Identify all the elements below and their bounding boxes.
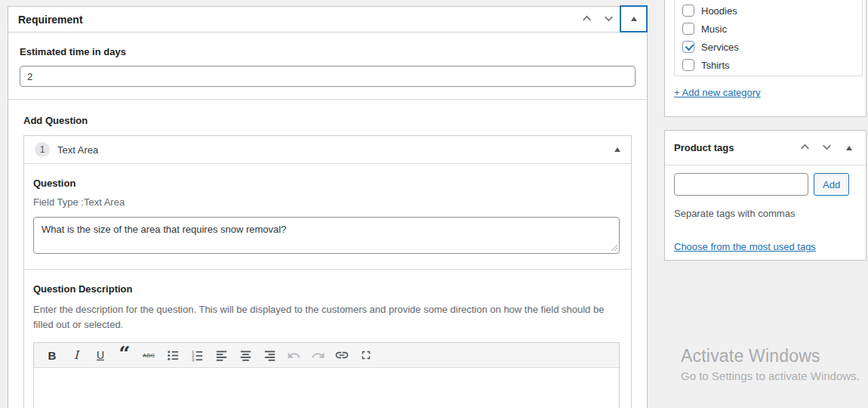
requirement-metabox-header[interactable]: Requirement [8,7,647,32]
tag-input[interactable] [674,173,808,196]
most-used-tags-link[interactable]: Choose from the most used tags [674,241,816,252]
watermark-title: Activate Windows [681,346,860,366]
panel-title: Requirement [18,14,83,26]
category-item[interactable]: Tshirts [682,56,862,74]
resize-grip-icon[interactable] [611,244,618,252]
category-item[interactable]: Music [682,20,862,38]
metabox-controls [576,7,647,32]
toolbar-blockquote-button[interactable]: “ [112,345,137,365]
checkbox-icon[interactable] [682,59,694,71]
category-label: Hoodies [701,5,737,17]
bulleted-list-icon [166,348,180,363]
category-item[interactable]: Services [682,38,862,56]
product-tags-body: Add Separate tags with commas Choose fro… [665,165,866,260]
triangle-up-icon [614,147,620,152]
undo-icon [287,348,301,363]
editor-content-area[interactable] [34,368,619,408]
toolbar-undo-button[interactable] [282,345,306,365]
question-description-section: Question Description Enter the descripti… [24,270,631,408]
rich-text-editor: BIU“ABC123 [33,342,620,408]
move-up-button[interactable] [794,131,816,165]
strikethrough-icon: ABC [143,352,155,359]
question-textarea[interactable]: What is the size of the area that requir… [33,217,620,254]
align-right-icon [263,348,277,363]
question-index-badge: 1 [35,142,50,157]
editor-toolbar: BIU“ABC123 [34,343,619,368]
link-icon [334,348,349,363]
category-checklist: HoodiesMusicServicesTshirts [674,0,863,76]
chevron-down-icon [820,141,833,156]
toolbar-underline-button[interactable]: U [88,345,112,365]
activate-windows-watermark: Activate Windows Go to Settings to activ… [681,346,860,382]
toolbar-align-center-button[interactable] [233,345,257,365]
category-label: Tshirts [701,60,730,71]
move-down-button[interactable] [598,7,620,32]
svg-text:3: 3 [191,357,194,362]
toolbar-bulleted-list-button[interactable] [161,345,185,365]
product-tags-title: Product tags [674,142,734,153]
toolbar-italic-button[interactable]: I [64,345,88,365]
toolbar-align-right-button[interactable] [257,345,282,365]
add-question-label: Add Question [23,115,632,126]
add-tag-button[interactable]: Add [814,173,849,196]
category-item[interactable]: Hoodies [682,2,862,20]
checkbox-icon[interactable] [682,23,694,35]
question-collapse-button[interactable] [614,147,620,152]
requirement-metabox: Requirement Estimated time in days Add Q… [8,6,648,408]
chevron-up-icon [799,141,811,156]
move-down-button[interactable] [816,131,838,165]
estimated-time-input[interactable] [20,66,636,87]
field-type-text: Field Type :Text Area [33,196,620,208]
italic-icon: I [74,348,78,362]
toolbar-redo-button[interactable] [306,345,330,365]
estimated-time-label: Estimated time in days [20,46,636,57]
question-description-label: Question Description [33,283,620,295]
checkbox-icon[interactable] [682,5,694,17]
estimated-time-section: Estimated time in days [8,32,647,100]
tags-help-text: Separate tags with commas [674,208,857,219]
collapse-toggle-button[interactable] [838,131,860,165]
question-section: Question Field Type :Text Area What is t… [24,164,631,270]
redo-icon [311,348,325,363]
fullscreen-icon [359,348,373,362]
add-question-section: Add Question 1 Text Area Question Field … [8,100,647,408]
question-card-header[interactable]: 1 Text Area [24,136,631,164]
product-tags-metabox: Product tags Add Separate tags with comm… [664,130,866,261]
category-label: Services [701,42,739,53]
toolbar-align-left-button[interactable] [209,345,233,365]
question-type-label: Text Area [57,144,98,156]
triangle-up-icon [846,146,852,150]
toolbar-link-button[interactable] [330,345,354,365]
underline-icon: U [97,349,104,361]
product-tags-header[interactable]: Product tags [665,131,866,165]
checkbox-checked-icon[interactable] [682,41,694,53]
move-up-button[interactable] [576,7,598,32]
category-label: Music [701,23,727,35]
toolbar-bold-button[interactable]: B [40,345,64,365]
align-left-icon [214,348,229,363]
add-new-category-link[interactable]: + Add new category [674,87,761,98]
watermark-subtitle: Go to Settings to activate Windows. [681,369,860,382]
question-label: Question [33,178,620,189]
question-description-help: Enter the description for the question. … [33,302,620,332]
align-center-icon [239,348,253,363]
chevron-down-icon [602,12,615,27]
product-categories-metabox: HoodiesMusicServicesTshirts + Add new ca… [664,0,866,117]
toolbar-fullscreen-button[interactable] [354,345,378,365]
blockquote-icon: “ [119,350,131,360]
collapse-toggle-button[interactable] [620,5,648,32]
question-card: 1 Text Area Question Field Type :Text Ar… [23,135,632,408]
triangle-up-icon [631,17,637,21]
toolbar-strikethrough-button[interactable]: ABC [137,345,161,365]
numbered-list-icon: 123 [190,348,205,363]
toolbar-numbered-list-button[interactable]: 123 [185,345,209,365]
metabox-controls [794,131,860,165]
chevron-up-icon [580,12,593,27]
bold-icon: B [48,349,57,362]
